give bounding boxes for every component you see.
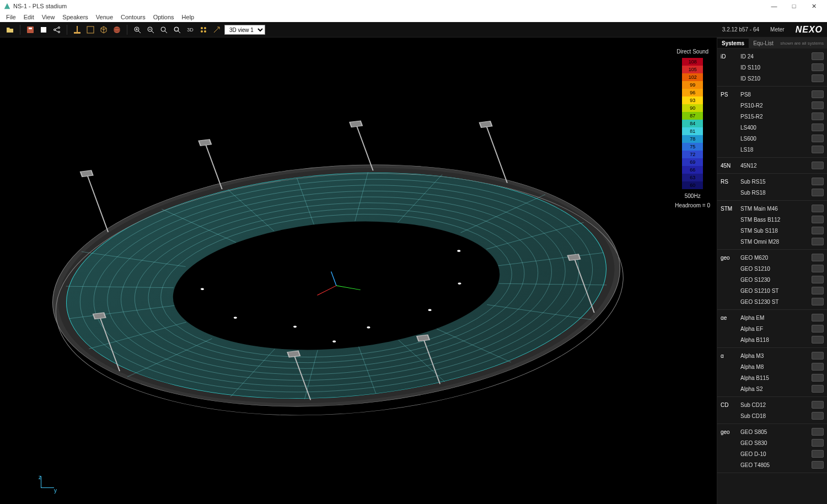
legend-swatch: 93 (682, 96, 703, 104)
zoom-selection-icon[interactable] (171, 24, 182, 35)
speaker-item[interactable]: CDSub CD12 (717, 399, 827, 410)
view-3d-text-icon[interactable]: 3D (185, 24, 196, 35)
speaker-item[interactable]: Alpha B115 (717, 372, 827, 383)
speaker-item[interactable]: GEO S1210 (717, 263, 827, 274)
legend-swatch: 96 (682, 89, 703, 96)
legend-swatch: 105 (682, 66, 703, 73)
speaker-item[interactable]: PS15-R2 (717, 111, 827, 122)
speaker-item[interactable]: PS10-R2 (717, 100, 827, 111)
zoom-fit-icon[interactable] (158, 24, 169, 35)
speaker-thumbnail-icon (812, 450, 824, 458)
legend-swatch: 87 (682, 112, 703, 120)
speaker-item[interactable]: STMSTM Main M46 (717, 203, 827, 214)
speaker-item[interactable]: iDID 24 (717, 51, 827, 62)
speaker-item-label: Sub RS15 (740, 179, 812, 185)
speaker-item[interactable]: GEO S1210 ST (717, 285, 827, 296)
menubar: File Edit View Speakers Venue Contours O… (0, 12, 827, 22)
menu-options[interactable]: Options (149, 14, 178, 20)
speaker-series-logo: α (721, 353, 740, 359)
menu-contours[interactable]: Contours (117, 14, 149, 20)
box-front-icon[interactable] (85, 24, 96, 35)
tab-systems[interactable]: Systems (717, 39, 749, 48)
window-maximize-button[interactable]: □ (784, 0, 804, 12)
speaker-item[interactable]: 45N45N12 (717, 160, 827, 171)
speaker-item[interactable]: ID S110 (717, 62, 827, 73)
speaker-thumbnail-icon (812, 101, 824, 109)
stop-icon[interactable] (38, 24, 49, 35)
speaker-item[interactable]: STM Bass B112 (717, 214, 827, 225)
legend-swatch: 90 (682, 104, 703, 112)
speaker-item[interactable]: Alpha EF (717, 323, 827, 334)
speaker-thumbnail-icon (812, 325, 824, 333)
speaker-item-label: PS15-R2 (740, 114, 812, 120)
speaker-item[interactable]: Alpha M8 (717, 361, 827, 372)
speaker-list[interactable]: iDID 24ID S110ID S210PSPS8PS10-R2PS15-R2… (717, 49, 827, 504)
speaker-item[interactable]: geoGEO M620 (717, 252, 827, 263)
speaker-item[interactable]: αAlpha M3 (717, 350, 827, 361)
speaker-thumbnail-icon (812, 352, 824, 360)
speaker-item[interactable]: GEO S1230 (717, 274, 827, 285)
speaker-thumbnail-icon (812, 298, 824, 305)
speaker-item[interactable]: Alpha B118 (717, 334, 827, 345)
zoom-out-icon[interactable] (145, 24, 156, 35)
menu-file[interactable]: File (2, 14, 20, 20)
speaker-item[interactable]: Sub CD18 (717, 410, 827, 421)
speaker-item[interactable]: LS400 (717, 122, 827, 133)
tab-equ-list[interactable]: Equ-List (749, 39, 778, 48)
speaker-item[interactable]: RSSub RS15 (717, 176, 827, 187)
view-select[interactable]: 3D view 1 (224, 25, 265, 35)
menu-edit[interactable]: Edit (20, 14, 38, 20)
speaker-item[interactable]: αeAlpha EM (717, 312, 827, 323)
speaker-item[interactable]: PSPS8 (717, 89, 827, 100)
speaker-item[interactable]: STM Sub S118 (717, 225, 827, 236)
speaker-item-label: Alpha EM (740, 315, 812, 321)
viewport-3d[interactable]: Direct Sound 108105102999693908784817875… (0, 37, 717, 504)
legend-swatch: 102 (682, 73, 703, 81)
speaker-item-label: GEO T4805 (740, 462, 812, 468)
open-icon[interactable] (4, 24, 15, 35)
speaker-item[interactable]: Sub RS18 (717, 187, 827, 198)
menu-speakers[interactable]: Speakers (58, 14, 92, 20)
save-icon[interactable] (25, 24, 36, 35)
speaker-item[interactable]: GEO T4805 (717, 459, 827, 470)
speaker-item[interactable]: GEO S830 (717, 437, 827, 448)
toolbar: 3D 3D view 1 3.2.12 b57 - 64 Meter NEXO (0, 22, 827, 37)
menu-view[interactable]: View (38, 14, 59, 20)
speaker-item[interactable]: ID S210 (717, 73, 827, 84)
window-title: NS-1 - PLS stadium (13, 3, 67, 9)
speaker-thumbnail-icon (812, 124, 824, 131)
speaker-item[interactable]: geoGEO S805 (717, 426, 827, 437)
speaker-item-label: GEO S1210 (740, 266, 812, 272)
speaker-tool-icon[interactable] (72, 24, 83, 35)
speaker-item-label: GEO S1230 ST (740, 299, 812, 305)
menu-venue[interactable]: Venue (92, 14, 117, 20)
speaker-item[interactable]: STM Omni M28 (717, 236, 827, 247)
speaker-item[interactable]: GEO D-10 (717, 448, 827, 459)
speaker-thumbnail-icon (812, 135, 824, 142)
speaker-thumbnail-icon (812, 265, 824, 272)
menu-help[interactable]: Help (178, 14, 198, 20)
share-icon[interactable] (51, 24, 62, 35)
speaker-item-label: STM Main M46 (740, 206, 812, 212)
speaker-item[interactable]: LS18 (717, 144, 827, 155)
window-minimize-button[interactable]: — (764, 0, 784, 12)
speaker-thumbnail-icon (812, 276, 824, 283)
speaker-item[interactable]: Alpha S2 (717, 383, 827, 394)
box-iso-icon[interactable] (98, 24, 109, 35)
window-close-button[interactable]: ✕ (804, 0, 824, 12)
speaker-item[interactable]: GEO S1230 ST (717, 296, 827, 307)
svg-rect-7 (74, 32, 80, 34)
right-panel: Systems Equ-List shown are all systems i… (717, 37, 827, 504)
legend-swatch: 84 (682, 120, 703, 127)
sphere-icon[interactable] (111, 24, 122, 35)
speaker-thumbnail-icon (812, 216, 824, 223)
zoom-in-icon[interactable] (132, 24, 143, 35)
speaker-item-label: ID 24 (740, 53, 812, 60)
cluster-icon[interactable] (198, 24, 209, 35)
speaker-series-logo: CD (721, 402, 740, 408)
speaker-item-label: Sub CD18 (740, 413, 812, 419)
speaker-series-logo: 45N (721, 163, 740, 169)
arrow-icon[interactable] (211, 24, 222, 35)
speaker-thumbnail-icon (812, 189, 824, 196)
speaker-item[interactable]: LS600 (717, 133, 827, 144)
